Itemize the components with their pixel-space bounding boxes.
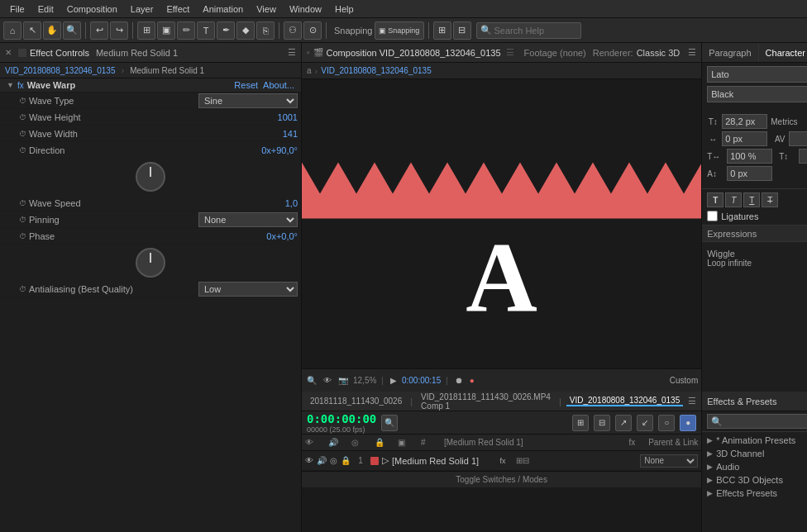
menu-window[interactable]: Window	[283, 2, 328, 16]
menu-animation[interactable]: Animation	[196, 2, 250, 16]
mask-btn[interactable]: ▣	[157, 21, 175, 40]
pen-tool[interactable]: ✒	[217, 21, 235, 40]
layer-audio[interactable]: 🔊	[317, 456, 327, 465]
search-input[interactable]	[494, 26, 577, 36]
comp-camera-btn[interactable]: 📷	[337, 376, 350, 385]
layer-solo[interactable]: ◎	[330, 456, 337, 465]
select-tool[interactable]: ↖	[23, 21, 41, 40]
snapping-toggle[interactable]: ▣ Snapping	[375, 21, 424, 40]
wave-height-stopwatch[interactable]: ⏱	[19, 113, 26, 121]
wave-width-stopwatch[interactable]: ⏱	[19, 130, 26, 138]
layer-name-label[interactable]: [Medium Red Solid 1]	[392, 456, 497, 466]
aa-stopwatch[interactable]: ⏱	[19, 285, 26, 293]
timeline-ctrl-1[interactable]: ⊞	[572, 415, 589, 431]
tree-item-audio[interactable]: ▶ Audio	[702, 460, 807, 473]
transform-btn[interactable]: ⊞	[137, 21, 155, 40]
custom-view-btn[interactable]: Custom	[670, 376, 698, 385]
layer-visibility[interactable]: 👁	[305, 456, 313, 465]
direction-stopwatch[interactable]: ⏱	[19, 146, 26, 154]
phase-stopwatch[interactable]: ⏱	[19, 232, 26, 240]
search-comp-btn[interactable]: 🔍	[381, 415, 398, 431]
timeline-tab-0[interactable]: 20181118_111430_0026	[307, 397, 405, 406]
wave-height-value[interactable]: 1001	[278, 112, 298, 122]
comp-zoom-btn[interactable]: 🔍	[305, 376, 318, 385]
menu-effect[interactable]: Effect	[160, 2, 196, 16]
format-btn-T2[interactable]: T	[725, 192, 742, 207]
clone-btn[interactable]: ⎘	[256, 21, 275, 40]
zoom-value[interactable]: 12,5%	[353, 376, 376, 385]
comp-view-btn[interactable]: 👁	[322, 376, 333, 385]
tab-character[interactable]: Character	[759, 43, 807, 62]
kerning-input[interactable]	[789, 131, 807, 146]
undo-btn[interactable]: ↩	[90, 21, 108, 40]
scale-v-input[interactable]	[799, 149, 807, 164]
pinning-dropdown[interactable]: None Pin All	[198, 212, 298, 227]
expand-btn[interactable]: ⊞	[433, 21, 451, 40]
layout-btn[interactable]: ⊟	[453, 21, 471, 40]
indent-input[interactable]	[722, 131, 767, 146]
aa-dropdown[interactable]: Low High	[198, 282, 298, 297]
menu-help[interactable]: Help	[328, 2, 361, 16]
puppet-tool[interactable]: ⚇	[284, 21, 302, 40]
tree-item-anim-presets[interactable]: ▶ * Animation Presets	[702, 434, 807, 447]
phase-dial[interactable]	[136, 248, 165, 278]
wave-speed-stopwatch[interactable]: ⏱	[19, 199, 26, 207]
font-name-select[interactable]: Lato	[707, 66, 807, 83]
tab-paragraph[interactable]: Paragraph	[702, 43, 758, 62]
layer-parent-select[interactable]: None	[640, 454, 698, 468]
layer-switches[interactable]: ⊞⊟	[516, 456, 529, 465]
menu-layer[interactable]: Layer	[124, 2, 160, 16]
tab-effect-controls[interactable]: Effect Controls	[30, 48, 89, 58]
panel-menu-icon[interactable]: ☰	[288, 47, 296, 58]
format-btn-T4[interactable]: T	[762, 192, 778, 207]
timeline-ctrl-5[interactable]: ○	[658, 415, 675, 431]
time-display[interactable]: 0:00:00:00	[307, 412, 376, 425]
fx-reset-btn[interactable]: Reset	[234, 80, 258, 90]
wave-type-stopwatch[interactable]: ⏱	[19, 97, 26, 105]
hand-tool[interactable]: ✋	[43, 21, 61, 40]
font-size-input[interactable]	[722, 114, 767, 129]
timeline-tab-1[interactable]: VID_20181118_111430_0026.MP4 Comp 1	[418, 392, 554, 411]
timeline-tab-2[interactable]: VID_20180808_132046_0135	[566, 396, 683, 406]
direction-dial[interactable]	[136, 162, 165, 192]
menu-view[interactable]: View	[250, 2, 283, 16]
effects-search-input[interactable]	[707, 414, 807, 429]
timeline-ctrl-2[interactable]: ⊟	[594, 415, 610, 431]
layer-lock[interactable]: 🔒	[341, 456, 351, 465]
panel-close-btn[interactable]: ✕	[5, 48, 12, 57]
comp-tab-label[interactable]: Composition VID_20180808_132046_0135	[327, 48, 501, 58]
pinning-stopwatch[interactable]: ⏱	[19, 216, 26, 224]
comp-color-btn[interactable]: ●	[468, 376, 476, 385]
format-btn-T3[interactable]: T	[743, 192, 760, 207]
timeline-ctrl-3[interactable]: ↗	[615, 415, 632, 431]
comp-menu-icon[interactable]: ☰	[688, 47, 696, 58]
phase-value[interactable]: 0x+0,0°	[266, 231, 298, 241]
font-style-select[interactable]: Black	[707, 86, 807, 102]
format-btn-T1[interactable]: T	[707, 192, 723, 207]
timeline-ctrl-4[interactable]: ↙	[637, 415, 653, 431]
wave-width-value[interactable]: 141	[283, 129, 298, 139]
ligatures-checkbox[interactable]	[707, 211, 718, 221]
text-tool[interactable]: T	[197, 21, 215, 40]
timeline-menu-icon[interactable]: ☰	[688, 396, 696, 406]
brush-btn[interactable]: ✏	[177, 21, 195, 40]
fx-about-btn[interactable]: About...	[263, 80, 294, 90]
roto-tool[interactable]: ⊙	[303, 21, 322, 40]
redo-btn[interactable]: ↪	[110, 21, 128, 40]
tree-item-effects-presets[interactable]: ▶ Effects Presets	[702, 487, 807, 500]
menu-file[interactable]: File	[3, 2, 31, 16]
comp-record-btn[interactable]: ⏺	[453, 376, 465, 385]
comp-play-btn[interactable]: ▶	[389, 376, 399, 385]
direction-value[interactable]: 0x+90,0°	[261, 145, 298, 155]
shape-tool[interactable]: ◆	[236, 21, 255, 40]
timeline-ctrl-6[interactable]: ●	[680, 415, 696, 431]
tree-item-bcc[interactable]: ▶ BCC 3D Objects	[702, 473, 807, 487]
wave-type-dropdown[interactable]: Sine Square Triangle	[198, 93, 298, 108]
layer-expand-chevron[interactable]: ▷	[382, 455, 389, 466]
home-btn[interactable]: ⌂	[3, 21, 21, 40]
baseline-input[interactable]	[727, 166, 772, 181]
zoom-tool[interactable]: 🔍	[63, 21, 81, 40]
menu-edit[interactable]: Edit	[31, 2, 60, 16]
layer-fx-icon[interactable]: fx	[500, 457, 506, 465]
toggle-switches-label[interactable]: Toggle Switches / Modes	[456, 475, 547, 484]
